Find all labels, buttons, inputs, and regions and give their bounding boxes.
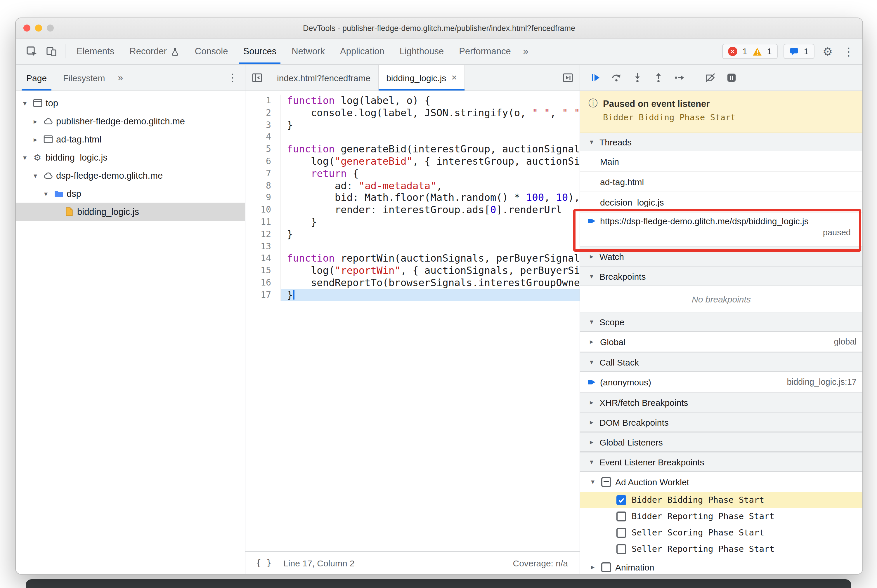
line-number[interactable]: 10 xyxy=(245,204,281,216)
line-content[interactable]: } xyxy=(281,289,580,301)
editor-tab-index-html-fencedframe[interactable]: index.html?fencedframe xyxy=(269,65,379,90)
navigator-kebab-button[interactable]: ⋮ xyxy=(227,71,245,84)
event-breakpoint-group-ad-auction-worklet[interactable]: ▾Ad Auction Worklet xyxy=(580,472,862,492)
code-line[interactable]: 9 bid: Math.floor(Math.random() * 100, 1… xyxy=(245,192,580,204)
checkbox-unchecked[interactable] xyxy=(601,562,611,572)
source-code-editor[interactable]: 1function log(label, o) {2 console.log(l… xyxy=(245,91,580,551)
file-tree-item-dsp-fledge-demo-glitch-me[interactable]: ▾dsp-fledge-demo.glitch.me xyxy=(16,166,245,184)
disclosure-triangle-icon[interactable]: ▸ xyxy=(31,135,40,143)
line-number[interactable]: 6 xyxy=(245,155,281,168)
code-line[interactable]: 1function log(label, o) { xyxy=(245,94,580,107)
inspect-element-button[interactable] xyxy=(22,42,42,61)
line-number[interactable]: 8 xyxy=(245,180,281,192)
disclosure-triangle-icon[interactable]: ▸ xyxy=(587,398,596,406)
section-event-listener-breakpoints-header[interactable]: ▾Event Listener Breakpoints xyxy=(580,452,862,472)
disclosure-triangle-icon[interactable]: ▸ xyxy=(587,338,596,346)
line-number[interactable]: 3 xyxy=(245,119,281,131)
line-content[interactable]: function reportWin(auctionSignals, perBu… xyxy=(281,252,580,265)
disclosure-triangle-icon[interactable]: ▾ xyxy=(587,458,596,466)
step-over-button[interactable] xyxy=(607,68,626,87)
line-content[interactable]: render: interestGroup.ads[0].renderUrl xyxy=(281,204,580,216)
section-threads-header[interactable]: ▾Threads xyxy=(580,133,862,151)
line-number[interactable]: 4 xyxy=(245,131,281,143)
code-line[interactable]: 12} xyxy=(245,228,580,241)
more-panels-button[interactable]: » xyxy=(519,46,533,57)
code-line[interactable]: 6 log("generateBid", { interestGroup, au… xyxy=(245,155,580,168)
panel-tab-recorder[interactable]: Recorder xyxy=(122,39,187,64)
disclosure-triangle-icon[interactable]: ▾ xyxy=(587,358,596,366)
disclosure-triangle-icon[interactable]: ▸ xyxy=(587,438,596,446)
panel-tab-application[interactable]: Application xyxy=(332,39,392,64)
file-tree-item-top[interactable]: ▾top xyxy=(16,94,245,112)
code-line[interactable]: 7 return { xyxy=(245,168,580,180)
line-number[interactable]: 15 xyxy=(245,264,281,277)
pretty-print-button[interactable]: { } xyxy=(253,556,275,569)
line-content[interactable] xyxy=(281,131,580,143)
line-number[interactable]: 12 xyxy=(245,228,281,241)
code-line[interactable]: 5function generateBid(interestGroup, auc… xyxy=(245,143,580,155)
line-content[interactable]: } xyxy=(281,119,580,131)
line-content[interactable]: function log(label, o) { xyxy=(281,94,580,107)
line-content[interactable]: return { xyxy=(281,168,580,180)
settings-gear-button[interactable]: ⚙ xyxy=(820,45,835,58)
step-into-button[interactable] xyxy=(628,68,647,87)
line-number[interactable]: 16 xyxy=(245,277,281,289)
line-content[interactable]: } xyxy=(281,228,580,241)
section-xhr-breakpoints-header[interactable]: ▸XHR/fetch Breakpoints xyxy=(580,392,862,412)
code-line[interactable]: 14function reportWin(auctionSignals, per… xyxy=(245,252,580,265)
file-tree-item-ad-tag-html[interactable]: ▸ad-tag.html xyxy=(16,130,245,148)
code-line[interactable]: 15 log("reportWin", { auctionSignals, pe… xyxy=(245,264,580,277)
section-call-stack-header[interactable]: ▾Call Stack xyxy=(580,352,862,372)
file-tree-item-bidding-logic-js[interactable]: bidding_logic.js xyxy=(16,202,245,221)
disclosure-triangle-icon[interactable]: ▾ xyxy=(20,99,29,107)
disclosure-triangle-icon[interactable]: ▾ xyxy=(587,318,596,326)
disclosure-triangle-icon[interactable]: ▾ xyxy=(20,153,29,162)
line-content[interactable]: ad: "ad-metadata", xyxy=(281,180,580,192)
checkbox-unchecked[interactable] xyxy=(617,544,626,554)
disclosure-triangle-icon[interactable]: ▸ xyxy=(587,252,596,260)
line-content[interactable]: sendReportTo(browserSignals.interestGrou… xyxy=(281,277,580,289)
line-content[interactable]: console.log(label, JSON.stringify(o, " "… xyxy=(281,107,580,119)
panel-tab-sources[interactable]: Sources xyxy=(236,39,284,64)
thread-item-ad-tag-html[interactable]: ad-tag.html xyxy=(580,172,862,192)
line-content[interactable] xyxy=(281,240,580,252)
panel-tab-performance[interactable]: Performance xyxy=(451,39,518,64)
section-breakpoints-header[interactable]: ▾Breakpoints xyxy=(580,266,862,286)
code-line[interactable]: 3} xyxy=(245,119,580,131)
line-content[interactable]: log("generateBid", { interestGroup, auct… xyxy=(281,155,580,168)
code-line[interactable]: 8 ad: "ad-metadata", xyxy=(245,180,580,192)
line-number[interactable]: 1 xyxy=(245,94,281,107)
code-line[interactable]: 17} xyxy=(245,289,580,301)
main-menu-kebab-button[interactable]: ⋮ xyxy=(841,45,857,58)
section-watch-header[interactable]: ▸Watch xyxy=(580,246,862,266)
deactivate-breakpoints-button[interactable] xyxy=(701,68,720,87)
more-navigator-tabs-button[interactable]: » xyxy=(113,72,128,83)
call-stack-frame-row[interactable]: (anonymous) bidding_logic.js:17 xyxy=(580,372,862,392)
panel-tab-elements[interactable]: Elements xyxy=(69,39,122,64)
event-breakpoint-seller-scoring-phase-start[interactable]: Seller Scoring Phase Start xyxy=(580,524,862,541)
line-content[interactable]: function generateBid(interestGroup, auct… xyxy=(281,143,580,155)
toggle-navigator-button[interactable] xyxy=(245,65,269,90)
line-number[interactable]: 5 xyxy=(245,143,281,155)
code-line[interactable]: 16 sendReportTo(browserSignals.interestG… xyxy=(245,277,580,289)
disclosure-triangle-icon[interactable]: ▾ xyxy=(588,478,597,486)
disclosure-triangle-icon[interactable]: ▾ xyxy=(42,189,50,198)
event-breakpoint-seller-reporting-phase-start[interactable]: Seller Reporting Phase Start xyxy=(580,541,862,557)
code-line[interactable]: 10 render: interestGroup.ads[0].renderUr… xyxy=(245,204,580,216)
line-number[interactable]: 2 xyxy=(245,107,281,119)
thread-item-paused-worklet[interactable]: https://dsp-fledge-demo.glitch.me/dsp/bi… xyxy=(580,213,862,246)
issues-badge[interactable]: 1 xyxy=(784,44,814,59)
code-line[interactable]: 4 xyxy=(245,131,580,143)
line-content[interactable]: } xyxy=(281,216,580,228)
code-line[interactable]: 11 } xyxy=(245,216,580,228)
disclosure-triangle-icon[interactable]: ▸ xyxy=(587,418,596,426)
editor-tab-options-button[interactable] xyxy=(556,65,580,90)
errors-warnings-badge[interactable]: × 1 1 xyxy=(722,44,778,59)
editor-tab-bidding-logic-js[interactable]: bidding_logic.js× xyxy=(379,65,465,90)
step-button[interactable] xyxy=(670,68,689,87)
checkbox-indeterminate[interactable] xyxy=(601,477,611,487)
thread-item-main[interactable]: Main xyxy=(580,151,862,172)
panel-tab-console[interactable]: Console xyxy=(187,39,236,64)
checkbox-unchecked[interactable] xyxy=(617,528,626,537)
navigator-tab-filesystem[interactable]: Filesystem xyxy=(55,65,113,90)
